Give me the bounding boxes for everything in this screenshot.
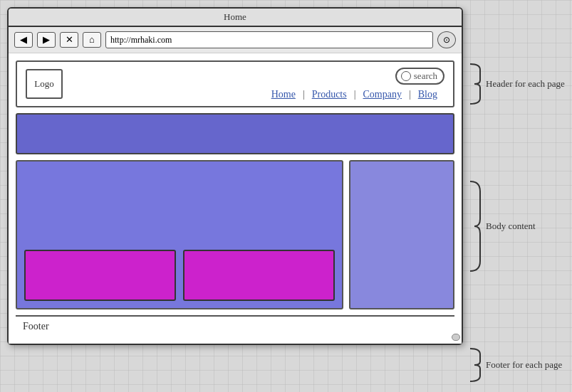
go-icon: ⊙ — [443, 35, 450, 46]
nav-links: Home | Products | Company | Blog — [264, 89, 444, 100]
back-button[interactable]: ◀ — [14, 32, 33, 48]
header-brace-icon — [469, 63, 482, 105]
close-icon: ✕ — [66, 34, 73, 46]
forward-icon: ▶ — [43, 34, 50, 46]
browser-toolbar: ◀ ▶ ✕ ⌂ ⊙ — [9, 27, 462, 53]
home-icon: ⌂ — [89, 34, 95, 46]
footer-label: Footer — [23, 321, 49, 332]
logo-label: Logo — [34, 78, 53, 90]
content-boxes-row — [24, 250, 335, 301]
scrollbar[interactable] — [452, 334, 460, 341]
footer-annotation: Footer for each page — [469, 347, 572, 383]
body-annotation: Body content — [469, 180, 572, 272]
browser-window: Home ◀ ▶ ✕ ⌂ ⊙ Lo — [7, 7, 463, 345]
search-icon — [401, 71, 411, 81]
nav-products[interactable]: Products — [305, 89, 354, 100]
header-annotation: Header for each page — [469, 63, 572, 105]
site-footer: Footer — [16, 315, 454, 337]
sidebar — [349, 160, 454, 309]
footer-annotation-label: Footer for each page — [486, 359, 562, 371]
footer-brace-icon — [469, 347, 482, 383]
browser-title: Home — [224, 11, 246, 22]
browser-titlebar: Home — [9, 9, 462, 27]
site-header: Logo search Home | Products | Company | — [16, 60, 454, 107]
body-row — [16, 160, 454, 309]
banner — [16, 113, 454, 154]
go-button[interactable]: ⊙ — [437, 31, 456, 48]
search-label: search — [414, 70, 437, 82]
nav-blog[interactable]: Blog — [411, 89, 444, 100]
body-brace-icon — [469, 180, 482, 272]
search-box[interactable]: search — [395, 68, 444, 85]
back-icon: ◀ — [20, 34, 27, 46]
content-box-left — [24, 250, 176, 301]
website-content: Logo search Home | Products | Company | — [9, 53, 462, 344]
home-button[interactable]: ⌂ — [83, 32, 101, 48]
logo-box: Logo — [26, 69, 63, 99]
content-box-right — [183, 250, 335, 301]
address-bar[interactable] — [105, 31, 433, 48]
main-content — [16, 160, 343, 309]
nav-home[interactable]: Home — [264, 89, 303, 100]
forward-button[interactable]: ▶ — [37, 32, 56, 48]
body-annotation-label: Body content — [486, 221, 536, 232]
header-annotation-label: Header for each page — [486, 78, 565, 90]
close-button[interactable]: ✕ — [60, 32, 78, 48]
nav-company[interactable]: Company — [356, 89, 409, 100]
